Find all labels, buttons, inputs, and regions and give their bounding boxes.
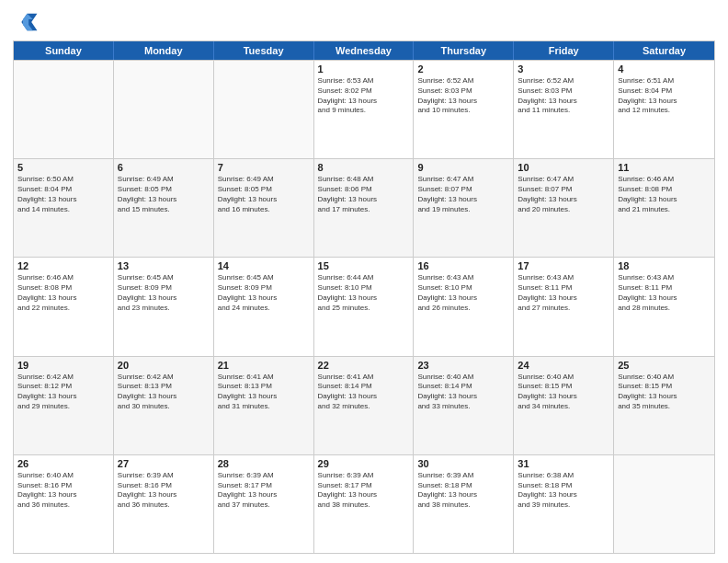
cell-info: Sunrise: 6:52 AM Sunset: 8:03 PM Dayligh… xyxy=(417,76,509,116)
cell-info: Sunrise: 6:46 AM Sunset: 8:08 PM Dayligh… xyxy=(618,175,711,214)
header xyxy=(13,9,715,35)
day-number: 9 xyxy=(417,162,509,173)
cell-info: Sunrise: 6:49 AM Sunset: 8:05 PM Dayligh… xyxy=(218,175,310,214)
day-number: 22 xyxy=(318,360,410,371)
day-number: 27 xyxy=(118,458,210,469)
cal-cell-day-1: 1Sunrise: 6:53 AM Sunset: 8:02 PM Daylig… xyxy=(314,61,415,158)
cell-info: Sunrise: 6:45 AM Sunset: 8:09 PM Dayligh… xyxy=(218,273,310,313)
logo xyxy=(13,9,42,35)
day-number: 23 xyxy=(417,360,509,371)
cal-cell-empty xyxy=(14,61,114,158)
day-number: 2 xyxy=(417,63,509,75)
cal-cell-day-19: 19Sunrise: 6:42 AM Sunset: 8:12 PM Dayli… xyxy=(14,357,114,454)
cell-info: Sunrise: 6:51 AM Sunset: 8:04 PM Dayligh… xyxy=(618,76,711,116)
day-number: 18 xyxy=(618,260,711,271)
cal-cell-day-22: 22Sunrise: 6:41 AM Sunset: 8:14 PM Dayli… xyxy=(314,357,415,454)
cell-info: Sunrise: 6:43 AM Sunset: 8:11 PM Dayligh… xyxy=(618,273,711,313)
cal-cell-day-27: 27Sunrise: 6:39 AM Sunset: 8:16 PM Dayli… xyxy=(114,455,214,553)
cal-cell-day-30: 30Sunrise: 6:39 AM Sunset: 8:18 PM Dayli… xyxy=(414,455,514,553)
cell-info: Sunrise: 6:38 AM Sunset: 8:18 PM Dayligh… xyxy=(518,471,609,511)
cal-cell-day-21: 21Sunrise: 6:41 AM Sunset: 8:13 PM Dayli… xyxy=(214,357,314,454)
cal-cell-day-9: 9Sunrise: 6:47 AM Sunset: 8:07 PM Daylig… xyxy=(414,159,514,257)
cal-cell-day-26: 26Sunrise: 6:40 AM Sunset: 8:16 PM Dayli… xyxy=(14,455,114,553)
cell-info: Sunrise: 6:48 AM Sunset: 8:06 PM Dayligh… xyxy=(318,175,410,214)
day-number: 10 xyxy=(518,162,609,173)
cell-info: Sunrise: 6:42 AM Sunset: 8:13 PM Dayligh… xyxy=(118,373,210,412)
day-number: 13 xyxy=(118,260,210,271)
cal-cell-day-10: 10Sunrise: 6:47 AM Sunset: 8:07 PM Dayli… xyxy=(514,159,614,257)
cell-info: Sunrise: 6:44 AM Sunset: 8:10 PM Dayligh… xyxy=(318,273,410,313)
cal-cell-day-18: 18Sunrise: 6:43 AM Sunset: 8:11 PM Dayli… xyxy=(614,258,714,355)
cal-week-1: 5Sunrise: 6:50 AM Sunset: 8:04 PM Daylig… xyxy=(14,158,714,257)
day-number: 11 xyxy=(618,162,711,173)
cal-cell-day-8: 8Sunrise: 6:48 AM Sunset: 8:06 PM Daylig… xyxy=(314,159,415,257)
cell-info: Sunrise: 6:42 AM Sunset: 8:12 PM Dayligh… xyxy=(17,373,109,412)
cal-week-4: 26Sunrise: 6:40 AM Sunset: 8:16 PM Dayli… xyxy=(14,454,714,553)
calendar: SundayMondayTuesdayWednesdayThursdayFrid… xyxy=(13,40,715,554)
day-number: 8 xyxy=(318,162,410,173)
cell-info: Sunrise: 6:47 AM Sunset: 8:07 PM Dayligh… xyxy=(417,175,509,214)
day-number: 12 xyxy=(17,260,109,271)
cal-week-2: 12Sunrise: 6:46 AM Sunset: 8:08 PM Dayli… xyxy=(14,257,714,355)
cal-cell-day-6: 6Sunrise: 6:49 AM Sunset: 8:05 PM Daylig… xyxy=(114,159,214,257)
cal-header-wednesday: Wednesday xyxy=(314,41,415,60)
day-number: 14 xyxy=(218,260,310,271)
cell-info: Sunrise: 6:40 AM Sunset: 8:15 PM Dayligh… xyxy=(618,373,711,412)
cal-header-monday: Monday xyxy=(114,41,214,60)
calendar-header-row: SundayMondayTuesdayWednesdayThursdayFrid… xyxy=(14,41,714,60)
cal-cell-empty xyxy=(114,61,214,158)
cal-cell-day-24: 24Sunrise: 6:40 AM Sunset: 8:15 PM Dayli… xyxy=(514,357,614,454)
cal-cell-day-23: 23Sunrise: 6:40 AM Sunset: 8:14 PM Dayli… xyxy=(414,357,514,454)
day-number: 21 xyxy=(218,360,310,371)
cal-cell-day-29: 29Sunrise: 6:39 AM Sunset: 8:17 PM Dayli… xyxy=(314,455,415,553)
cell-info: Sunrise: 6:47 AM Sunset: 8:07 PM Dayligh… xyxy=(518,175,609,214)
cell-info: Sunrise: 6:39 AM Sunset: 8:18 PM Dayligh… xyxy=(417,471,509,511)
cal-cell-day-17: 17Sunrise: 6:43 AM Sunset: 8:11 PM Dayli… xyxy=(514,258,614,355)
day-number: 16 xyxy=(417,260,509,271)
day-number: 6 xyxy=(118,162,210,173)
cell-info: Sunrise: 6:40 AM Sunset: 8:14 PM Dayligh… xyxy=(417,373,509,412)
cal-cell-day-28: 28Sunrise: 6:39 AM Sunset: 8:17 PM Dayli… xyxy=(214,455,314,553)
cal-header-friday: Friday xyxy=(514,41,614,60)
cal-cell-day-15: 15Sunrise: 6:44 AM Sunset: 8:10 PM Dayli… xyxy=(314,258,415,355)
cal-header-sunday: Sunday xyxy=(14,41,114,60)
day-number: 17 xyxy=(518,260,609,271)
day-number: 24 xyxy=(518,360,609,371)
cell-info: Sunrise: 6:43 AM Sunset: 8:11 PM Dayligh… xyxy=(518,273,609,313)
cell-info: Sunrise: 6:40 AM Sunset: 8:16 PM Dayligh… xyxy=(17,471,109,511)
cal-cell-day-14: 14Sunrise: 6:45 AM Sunset: 8:09 PM Dayli… xyxy=(214,258,314,355)
cal-cell-day-5: 5Sunrise: 6:50 AM Sunset: 8:04 PM Daylig… xyxy=(14,159,114,257)
cal-cell-day-4: 4Sunrise: 6:51 AM Sunset: 8:04 PM Daylig… xyxy=(614,61,714,158)
cell-info: Sunrise: 6:41 AM Sunset: 8:14 PM Dayligh… xyxy=(318,373,410,412)
cell-info: Sunrise: 6:39 AM Sunset: 8:17 PM Dayligh… xyxy=(318,471,410,511)
day-number: 26 xyxy=(17,458,109,469)
cal-cell-day-25: 25Sunrise: 6:40 AM Sunset: 8:15 PM Dayli… xyxy=(614,357,714,454)
cell-info: Sunrise: 6:41 AM Sunset: 8:13 PM Dayligh… xyxy=(218,373,310,412)
day-number: 1 xyxy=(318,63,410,75)
cell-info: Sunrise: 6:39 AM Sunset: 8:16 PM Dayligh… xyxy=(118,471,210,511)
cal-cell-day-7: 7Sunrise: 6:49 AM Sunset: 8:05 PM Daylig… xyxy=(214,159,314,257)
day-number: 7 xyxy=(218,162,310,173)
cell-info: Sunrise: 6:50 AM Sunset: 8:04 PM Dayligh… xyxy=(17,175,109,214)
cell-info: Sunrise: 6:52 AM Sunset: 8:03 PM Dayligh… xyxy=(518,76,609,116)
day-number: 25 xyxy=(618,360,711,371)
cal-cell-day-3: 3Sunrise: 6:52 AM Sunset: 8:03 PM Daylig… xyxy=(514,61,614,158)
logo-icon xyxy=(13,9,39,35)
day-number: 28 xyxy=(218,458,310,469)
cell-info: Sunrise: 6:49 AM Sunset: 8:05 PM Dayligh… xyxy=(118,175,210,214)
cal-cell-day-12: 12Sunrise: 6:46 AM Sunset: 8:08 PM Dayli… xyxy=(14,258,114,355)
cal-cell-day-2: 2Sunrise: 6:52 AM Sunset: 8:03 PM Daylig… xyxy=(414,61,514,158)
day-number: 4 xyxy=(618,63,711,75)
cell-info: Sunrise: 6:53 AM Sunset: 8:02 PM Dayligh… xyxy=(318,76,410,116)
cal-cell-empty xyxy=(214,61,314,158)
day-number: 3 xyxy=(518,63,609,75)
cal-header-thursday: Thursday xyxy=(414,41,514,60)
day-number: 15 xyxy=(318,260,410,271)
day-number: 20 xyxy=(118,360,210,371)
cal-cell-day-16: 16Sunrise: 6:43 AM Sunset: 8:10 PM Dayli… xyxy=(414,258,514,355)
cell-info: Sunrise: 6:39 AM Sunset: 8:17 PM Dayligh… xyxy=(218,471,310,511)
cell-info: Sunrise: 6:45 AM Sunset: 8:09 PM Dayligh… xyxy=(118,273,210,313)
day-number: 19 xyxy=(17,360,109,371)
day-number: 29 xyxy=(318,458,410,469)
cal-cell-day-11: 11Sunrise: 6:46 AM Sunset: 8:08 PM Dayli… xyxy=(614,159,714,257)
